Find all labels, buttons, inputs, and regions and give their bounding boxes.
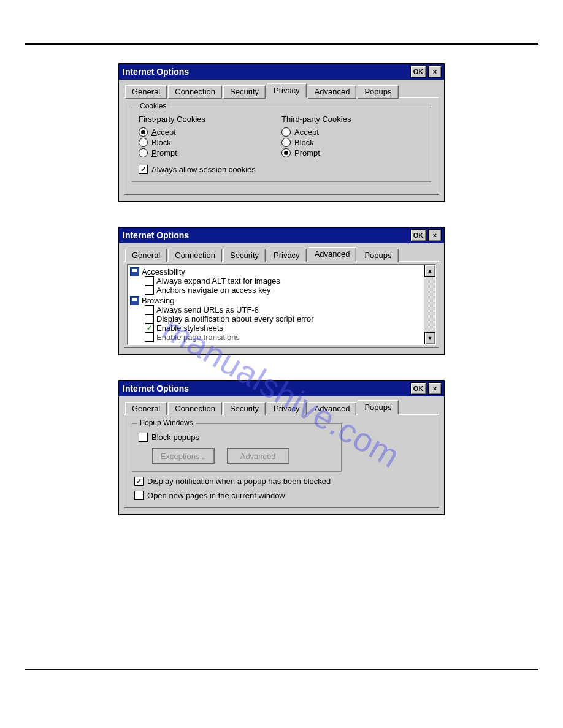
ok-button[interactable]: OK [410, 229, 426, 241]
item-stylesheets[interactable]: Enable stylesheets [145, 324, 421, 333]
scroll-track[interactable] [424, 277, 435, 332]
tab-body-advanced: Accessibility Always expand ALT text for… [124, 261, 439, 348]
scrollbar[interactable]: ▲ ▼ [424, 265, 435, 344]
check-open-new-pages[interactable]: Open new pages in the current window [134, 491, 430, 500]
title-text: Internet Options [123, 230, 408, 240]
checkbox-icon [145, 286, 154, 295]
col-first-party: First-party Cookies Accept Block [139, 115, 282, 159]
advanced-button[interactable]: Advanced [227, 448, 289, 464]
checkbox-icon [134, 491, 144, 500]
client-area: General Connection Security Privacy Adva… [119, 396, 444, 514]
checkbox-icon [139, 165, 148, 174]
tab-security[interactable]: Security [223, 249, 266, 262]
radio-third-block[interactable]: Block [282, 138, 424, 147]
exceptions-button[interactable]: Exceptions... [152, 448, 215, 464]
checkbox-icon [145, 314, 154, 324]
popup-buttons-row: Exceptions... Advanced [147, 444, 335, 465]
radio-icon [282, 127, 291, 137]
dialog-internet-options-privacy: Internet Options OK × General Connection… [118, 63, 445, 202]
dialog-internet-options-popups: Internet Options OK × General Connection… [118, 380, 445, 515]
title-text: Internet Options [123, 384, 408, 393]
tab-advanced[interactable]: Advanced [308, 85, 357, 99]
tab-general[interactable]: General [125, 85, 167, 99]
checkbox-icon [139, 433, 148, 442]
tab-connection[interactable]: Connection [168, 85, 222, 99]
item-anchors[interactable]: Anchors navigate on access key [145, 286, 421, 295]
checkbox-icon [134, 477, 144, 486]
check-always-session[interactable]: Always allow session cookies [139, 165, 424, 174]
scroll-up-button[interactable]: ▲ [424, 265, 435, 277]
tab-security[interactable]: Security [223, 85, 266, 99]
first-party-label: First-party Cookies [139, 115, 282, 124]
checkbox-icon [145, 324, 154, 333]
tab-strip: General Connection Security Privacy Adva… [124, 400, 439, 415]
col-third-party: Third-party Cookies Accept Block [282, 115, 424, 159]
tab-privacy[interactable]: Privacy [267, 402, 307, 415]
tab-connection[interactable]: Connection [168, 249, 222, 262]
radio-icon [139, 127, 148, 137]
third-party-label: Third-party Cookies [282, 115, 424, 124]
radio-icon [282, 138, 291, 147]
title-text: Internet Options [123, 67, 408, 77]
item-alt-text[interactable]: Always expand ALT text for images [145, 276, 421, 286]
client-area: General Connection Security Privacy Adva… [119, 243, 444, 354]
tab-security[interactable]: Security [223, 402, 266, 415]
item-utf8[interactable]: Always send URLs as UTF-8 [145, 305, 421, 314]
titlebar: Internet Options OK × [119, 381, 444, 396]
checkbox-icon [145, 333, 154, 342]
tab-advanced[interactable]: Advanced [308, 247, 357, 262]
tab-privacy[interactable]: Privacy [267, 249, 307, 262]
close-button[interactable]: × [428, 229, 442, 241]
group-cookies-legend: Cookies [137, 102, 169, 110]
tab-connection[interactable]: Connection [168, 402, 222, 415]
checkbox-icon [145, 276, 154, 286]
dialog-internet-options-advanced: Internet Options OK × General Connection… [118, 227, 445, 355]
tree-content: Accessibility Always expand ALT text for… [128, 265, 424, 344]
tab-general[interactable]: General [125, 249, 167, 262]
bottom-rule [25, 669, 538, 670]
tab-popups[interactable]: Popups [358, 249, 398, 262]
titlebar: Internet Options OK × [119, 228, 444, 243]
radio-icon [139, 148, 148, 157]
check-block-popups[interactable]: Block popups [139, 433, 335, 442]
ok-button[interactable]: OK [410, 382, 426, 395]
close-button[interactable]: × [428, 382, 442, 395]
checkbox-icon [145, 305, 154, 314]
category-icon [130, 296, 139, 305]
top-rule [25, 43, 538, 45]
cat-accessibility[interactable]: Accessibility [130, 267, 421, 276]
tab-privacy[interactable]: Privacy [267, 83, 307, 98]
document-page: Internet Options OK × General Connection… [0, 0, 563, 713]
advanced-tree[interactable]: Accessibility Always expand ALT text for… [127, 264, 436, 345]
tab-popups[interactable]: Popups [358, 85, 398, 99]
radio-first-prompt[interactable]: Prompt [139, 148, 282, 157]
tab-strip: General Connection Security Privacy Adva… [124, 247, 439, 262]
radio-first-block[interactable]: Block [139, 138, 282, 147]
group-cookies: Cookies First-party Cookies Accept [132, 107, 431, 182]
radio-icon [282, 148, 291, 157]
client-area: General Connection Security Privacy Adva… [119, 80, 444, 201]
tab-popups[interactable]: Popups [358, 400, 398, 415]
ok-button[interactable]: OK [410, 66, 426, 78]
radio-icon [139, 138, 148, 147]
group-popup-windows: Popup Windows Block popups Exceptions...… [132, 423, 342, 472]
scroll-down-button[interactable]: ▼ [424, 332, 435, 344]
radio-first-accept[interactable]: Accept [139, 127, 282, 137]
tab-body-privacy: Cookies First-party Cookies Accept [124, 97, 439, 195]
category-icon [130, 267, 139, 276]
tab-advanced[interactable]: Advanced [308, 402, 357, 415]
group-popup-legend: Popup Windows [137, 419, 196, 427]
check-display-notification[interactable]: Display notification when a popup has be… [134, 477, 430, 486]
item-page-transitions[interactable]: Enable page transitions [145, 333, 421, 342]
radio-third-accept[interactable]: Accept [282, 127, 424, 137]
close-button[interactable]: × [428, 66, 442, 78]
item-script-error[interactable]: Display a notification about every scrip… [145, 314, 421, 324]
cat-browsing[interactable]: Browsing [130, 296, 421, 305]
tab-general[interactable]: General [125, 402, 167, 415]
tab-strip: General Connection Security Privacy Adva… [124, 83, 439, 98]
titlebar: Internet Options OK × [119, 64, 444, 80]
radio-third-prompt[interactable]: Prompt [282, 148, 424, 157]
tab-body-popups: Popup Windows Block popups Exceptions...… [124, 414, 439, 508]
